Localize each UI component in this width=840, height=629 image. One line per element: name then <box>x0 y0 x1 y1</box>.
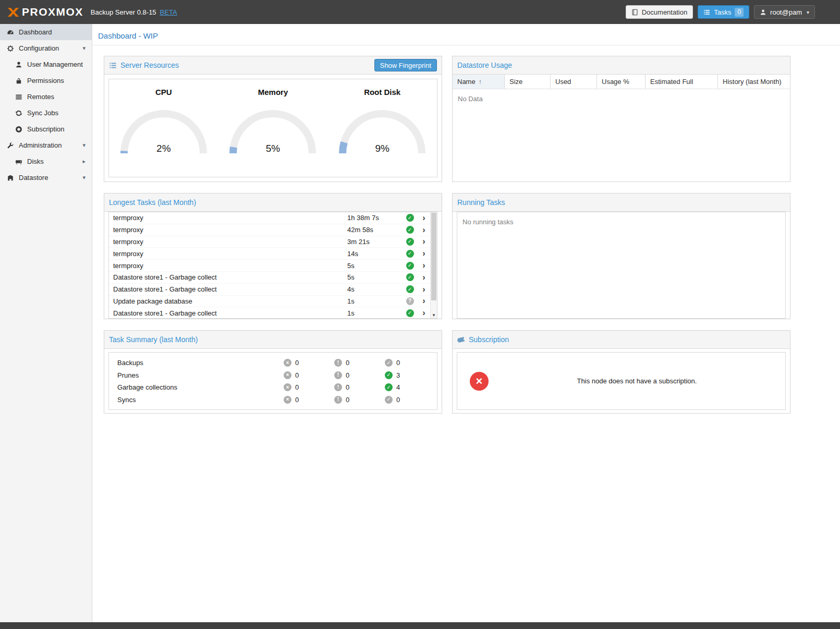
chevron-right-icon[interactable]: › <box>418 249 430 258</box>
show-fingerprint-button[interactable]: Show Fingerprint <box>374 59 437 71</box>
chevron-right-icon[interactable]: › <box>418 226 430 234</box>
column-header-history-last-month[interactable]: History (last Month) <box>718 75 790 89</box>
summary-label: Garbage collections <box>109 383 284 391</box>
exclamation-circle-icon: ! <box>334 396 342 404</box>
task-status-ok-icon: ✓ <box>402 250 418 258</box>
sidebar-item-datastore[interactable]: Datastore▾ <box>0 170 92 186</box>
sidebar-item-label: Disks <box>27 158 44 165</box>
task-row[interactable]: termproxy3m 21s✓› <box>109 236 430 248</box>
documentation-button[interactable]: Documentation <box>626 5 693 19</box>
task-row[interactable]: termproxy1h 38m 7s✓› <box>109 212 430 224</box>
gauge-label: Memory <box>221 88 325 96</box>
gauge-root-disk: Root Disk9% <box>330 88 434 155</box>
sidebar-item-disks[interactable]: Disks▸ <box>0 153 92 170</box>
running-tasks-empty-text: No running tasks <box>457 212 785 232</box>
chevron-right-icon[interactable]: › <box>418 214 430 222</box>
sidebar-item-sync-jobs[interactable]: Sync Jobs <box>0 105 92 121</box>
ok-count: 3 <box>396 371 400 379</box>
task-duration: 1h 38m 7s <box>347 214 402 222</box>
task-duration: 1s <box>347 309 402 317</box>
check-circle-icon: ✓ <box>385 371 393 379</box>
dashboard-grid: Server Resources Show Fingerprint CPU2%M… <box>104 56 790 414</box>
chevron-right-icon[interactable]: › <box>418 261 430 270</box>
gauge-value: 2% <box>112 143 216 154</box>
ok-count: 0 <box>396 359 400 367</box>
book-icon <box>631 9 638 16</box>
ticket-icon <box>457 336 465 344</box>
caret-down-icon: ▾ <box>82 174 88 181</box>
task-row[interactable]: termproxy42m 58s✓› <box>109 224 430 236</box>
summary-errors: ×0 <box>284 371 334 379</box>
caret-down-icon: ▾ <box>82 142 88 149</box>
column-header-used[interactable]: Used <box>551 75 597 89</box>
times-circle-icon: × <box>284 396 291 404</box>
check-circle-icon: ✓ <box>385 359 393 367</box>
task-row[interactable]: termproxy5s✓› <box>109 260 430 272</box>
summary-errors: ×0 <box>284 383 334 391</box>
beta-link[interactable]: BETA <box>160 8 177 16</box>
task-row[interactable]: Update package database1s?› <box>109 296 430 308</box>
caret-down-icon: ▾ <box>82 45 88 52</box>
running-tasks-panel: Running Tasks No running tasks <box>452 193 790 319</box>
task-name: termproxy <box>109 214 347 222</box>
scrollbar-thumb[interactable] <box>431 213 436 300</box>
task-name: termproxy <box>109 250 347 258</box>
user-menu-button[interactable]: root@pam ▾ <box>754 5 815 19</box>
summary-ok: ✓3 <box>385 371 435 379</box>
column-header-name[interactable]: Name↑ <box>453 75 505 89</box>
task-name: Datastore store1 - Garbage collect <box>109 285 347 293</box>
gears-icon <box>6 44 14 52</box>
task-list-icon <box>703 9 710 16</box>
chevron-right-icon[interactable]: › <box>418 237 430 246</box>
chevron-right-icon[interactable]: › <box>418 309 430 317</box>
top-actions: Documentation Tasks 0 root@pam ▾ <box>626 5 815 19</box>
sidebar-item-configuration[interactable]: Configuration▾ <box>0 40 92 56</box>
longest-tasks-list: termproxy1h 38m 7s✓›termproxy42m 58s✓›te… <box>109 212 430 318</box>
task-duration: 3m 21s <box>347 238 402 246</box>
task-duration: 4s <box>347 285 402 293</box>
chevron-right-icon[interactable]: › <box>418 273 430 282</box>
task-status-ok-icon: ✓ <box>402 285 418 293</box>
sidebar-item-administration[interactable]: Administration▾ <box>0 137 92 153</box>
main-content: Dashboard - WIP Server Resources Show Fi… <box>92 24 840 622</box>
tasks-button[interactable]: Tasks 0 <box>698 5 749 19</box>
lifering-icon <box>15 125 22 133</box>
summary-ok: ✓0 <box>385 359 435 367</box>
sidebar-item-dashboard[interactable]: Dashboard <box>0 24 92 40</box>
task-duration: 1s <box>347 297 402 305</box>
sidebar-item-permissions[interactable]: Permissions <box>0 72 92 89</box>
task-row[interactable]: Datastore store1 - Garbage collect4s✓› <box>109 284 430 296</box>
gauge-value: 9% <box>330 143 434 154</box>
sidebar-item-subscription[interactable]: Subscription <box>0 121 92 137</box>
sidebar-item-remotes[interactable]: Remotes <box>0 89 92 105</box>
page-title-bar: Dashboard - WIP <box>92 24 840 45</box>
column-header-size[interactable]: Size <box>505 75 551 89</box>
scroll-down-icon[interactable]: ▼ <box>431 313 437 318</box>
server-resources-panel: Server Resources Show Fingerprint CPU2%M… <box>104 56 442 182</box>
task-row[interactable]: Datastore store1 - Garbage collect5s✓› <box>109 272 430 284</box>
chevron-right-icon[interactable]: › <box>418 285 430 294</box>
error-count: 0 <box>295 383 299 391</box>
caret-right-icon: ▸ <box>82 158 88 165</box>
longest-tasks-header: Longest Tasks (last Month) <box>104 193 442 212</box>
error-count: 0 <box>295 396 299 404</box>
sidebar-item-label: Sync Jobs <box>27 109 58 117</box>
task-row[interactable]: Datastore store1 - Garbage collect1s✓› <box>109 307 430 319</box>
datastore-usage-title: Datastore Usage <box>457 61 512 69</box>
task-row[interactable]: termproxy14s✓› <box>109 248 430 260</box>
task-name: Datastore store1 - Garbage collect <box>109 273 347 281</box>
sidebar-item-user-management[interactable]: User Management <box>0 56 92 72</box>
proxmox-x-icon <box>6 5 20 19</box>
wrench-icon <box>6 141 14 149</box>
summary-ok: ✓4 <box>385 383 435 391</box>
column-header-estimated-full[interactable]: Estimated Full <box>646 75 718 89</box>
datastore-usage-header: Datastore Usage <box>453 56 790 75</box>
chevron-right-icon[interactable]: › <box>418 297 430 305</box>
sidebar-item-label: Subscription <box>27 125 65 133</box>
scrollbar[interactable]: ▼ <box>430 212 437 318</box>
sidebar-item-label: Configuration <box>19 44 59 52</box>
subscription-header: Subscription <box>453 331 790 349</box>
column-header-usage[interactable]: Usage % <box>597 75 646 89</box>
gauge-memory: Memory5% <box>221 88 325 155</box>
ok-count: 4 <box>396 383 400 391</box>
